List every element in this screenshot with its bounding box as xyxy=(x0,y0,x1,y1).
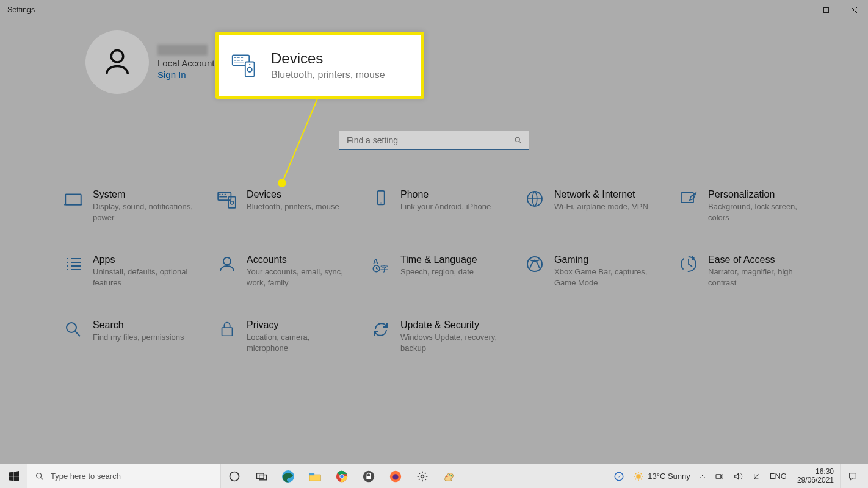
devices-callout: Devices Bluetooth, printers, mouse xyxy=(215,32,424,99)
chrome-icon xyxy=(335,470,349,483)
category-subtitle: Find my files, permissions xyxy=(93,332,184,343)
app-firefox[interactable] xyxy=(382,464,409,489)
firefox-icon xyxy=(389,470,402,483)
svg-point-39 xyxy=(450,475,452,476)
person-icon xyxy=(101,46,133,78)
category-network[interactable]: Network & InternetWi-Fi, airplane mode, … xyxy=(523,189,676,223)
category-subtitle: Bluetooth, printers, mouse xyxy=(247,201,339,212)
sun-icon xyxy=(633,471,644,482)
category-apps[interactable]: AppsUninstall, defaults, optional featur… xyxy=(61,254,215,288)
category-subtitle: Your accounts, email, sync, work, family xyxy=(247,267,350,288)
category-privacy[interactable]: PrivacyLocation, camera, microphone xyxy=(215,320,369,353)
svg-text:?: ? xyxy=(618,473,621,479)
category-time[interactable]: A字 Time & LanguageSpeech, region, date xyxy=(369,254,523,288)
task-view-button[interactable] xyxy=(248,464,275,489)
category-search[interactable]: SearchFind my files, permissions xyxy=(61,320,215,353)
time-language-icon: A字 xyxy=(369,254,393,279)
app-settings[interactable] xyxy=(409,464,436,489)
search-box[interactable] xyxy=(339,131,529,150)
maximize-button[interactable] xyxy=(812,0,840,20)
gear-icon xyxy=(416,470,429,483)
clock-time: 16:30 xyxy=(797,468,834,476)
accounts-icon xyxy=(215,254,239,279)
category-subtitle: Display, sound, notifications, power xyxy=(93,201,197,223)
taskbar-pinned-apps xyxy=(221,464,463,489)
svg-point-37 xyxy=(446,475,447,476)
minimize-button[interactable] xyxy=(784,0,812,20)
svg-rect-8 xyxy=(218,192,231,200)
app-chrome[interactable] xyxy=(328,464,355,489)
tray-language[interactable]: ENG xyxy=(765,464,791,489)
lock-icon xyxy=(215,320,239,344)
titlebar: Settings xyxy=(0,0,868,20)
svg-point-31 xyxy=(340,475,344,478)
app-file-explorer[interactable] xyxy=(302,464,328,489)
cortana-button[interactable] xyxy=(221,464,248,489)
category-subtitle: Uninstall, defaults, optional features xyxy=(93,267,197,288)
tray-help[interactable]: ? xyxy=(609,464,629,489)
network-icon xyxy=(751,472,761,481)
phone-icon xyxy=(369,189,393,214)
svg-rect-9 xyxy=(228,197,236,208)
volume-icon xyxy=(733,472,743,481)
svg-point-38 xyxy=(449,474,450,475)
callout-subtitle: Bluetooth, printers, mouse xyxy=(271,70,385,81)
svg-rect-22 xyxy=(222,328,233,336)
tray-meet-now[interactable] xyxy=(711,464,729,489)
window-title: Settings xyxy=(7,5,35,14)
chevron-up-icon xyxy=(699,473,706,480)
search-icon xyxy=(35,472,45,481)
search-input[interactable] xyxy=(345,135,514,146)
category-ease-of-access[interactable]: Ease of AccessNarrator, magnifier, high … xyxy=(676,254,830,288)
notification-icon xyxy=(848,472,858,481)
category-title: Phone xyxy=(400,189,491,200)
app-secure[interactable] xyxy=(355,464,382,489)
tray-clock[interactable]: 16:30 29/06/2021 xyxy=(791,468,840,485)
settings-categories: SystemDisplay, sound, notifications, pow… xyxy=(0,150,868,353)
category-phone[interactable]: PhoneLink your Android, iPhone xyxy=(369,189,523,223)
svg-point-10 xyxy=(230,201,233,204)
svg-point-35 xyxy=(392,474,398,479)
ease-of-access-icon xyxy=(676,254,701,279)
category-accounts[interactable]: AccountsYour accounts, email, sync, work… xyxy=(215,254,369,288)
user-header: Local Account Sign In xyxy=(0,20,868,94)
account-type: Local Account xyxy=(157,58,214,68)
action-center-button[interactable] xyxy=(840,464,864,489)
category-update[interactable]: Update & SecurityWindows Update, recover… xyxy=(369,320,523,353)
windows-icon xyxy=(9,471,19,481)
category-title: System xyxy=(93,189,197,200)
svg-point-15 xyxy=(223,257,231,265)
taskbar-search[interactable]: Type here to search xyxy=(27,464,221,489)
svg-point-6 xyxy=(515,137,519,142)
category-title: Time & Language xyxy=(400,254,477,265)
app-paint[interactable] xyxy=(436,464,463,489)
weather-widget[interactable]: 13°C Sunny xyxy=(629,464,695,489)
app-edge[interactable] xyxy=(275,464,302,489)
callout-title: Devices xyxy=(271,50,385,67)
system-tray: ? 13°C Sunny ENG 16:30 29/06/2021 xyxy=(609,464,868,489)
category-subtitle: Speech, region, date xyxy=(400,267,477,278)
sign-in-link[interactable]: Sign In xyxy=(157,70,214,80)
svg-rect-0 xyxy=(823,7,828,12)
tray-volume[interactable] xyxy=(729,464,747,489)
category-title: Gaming xyxy=(554,254,658,265)
svg-point-24 xyxy=(230,472,239,481)
avatar[interactable] xyxy=(85,30,149,94)
start-button[interactable] xyxy=(0,464,27,489)
devices-icon xyxy=(231,52,258,79)
category-title: Search xyxy=(93,320,184,331)
category-title: Privacy xyxy=(247,320,350,331)
close-button[interactable] xyxy=(840,0,868,20)
category-gaming[interactable]: GamingXbox Game Bar, captures, Game Mode xyxy=(523,254,676,288)
tray-chevron[interactable] xyxy=(695,464,711,489)
svg-point-12 xyxy=(380,203,382,204)
category-personalization[interactable]: PersonalizationBackground, lock screen, … xyxy=(676,189,830,223)
tray-network[interactable] xyxy=(747,464,765,489)
category-devices[interactable]: DevicesBluetooth, printers, mouse xyxy=(215,189,369,223)
category-subtitle: Background, lock screen, colors xyxy=(708,201,812,223)
category-title: Personalization xyxy=(708,189,812,200)
category-system[interactable]: SystemDisplay, sound, notifications, pow… xyxy=(61,189,215,223)
category-subtitle: Wi-Fi, airplane mode, VPN xyxy=(554,201,648,212)
category-title: Ease of Access xyxy=(708,254,812,265)
category-subtitle: Location, camera, microphone xyxy=(247,332,350,353)
